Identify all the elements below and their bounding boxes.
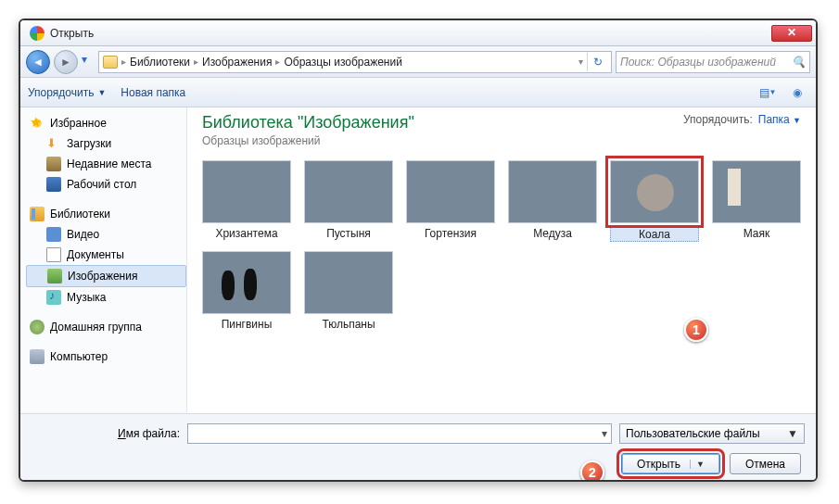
- thumbnail-image: [202, 251, 291, 314]
- chevron-down-icon: ▼: [787, 427, 798, 440]
- thumbnail-image: [508, 160, 597, 223]
- pictures-icon: [47, 269, 62, 284]
- thumbnail-image: [610, 160, 699, 223]
- file-thumbnail[interactable]: Тюльпаны: [304, 251, 393, 331]
- sidebar-item-recent[interactable]: Недавние места: [26, 154, 186, 174]
- thumbnail-label: Медуза: [508, 227, 597, 240]
- computer-icon: [30, 349, 44, 364]
- chevron-right-icon: ▸: [275, 57, 280, 67]
- sidebar-libraries[interactable]: Библиотеки: [26, 204, 186, 224]
- document-icon: [46, 247, 61, 262]
- footer: Имя файла: ▾ Пользовательские файлы ▼ От…: [20, 413, 816, 482]
- open-split-dropdown[interactable]: ▼: [690, 460, 705, 469]
- close-button[interactable]: ✕: [771, 25, 812, 42]
- sidebar: Избранное Загрузки Недавние места Рабочи…: [20, 107, 187, 413]
- thumbnail-label: Маяк: [712, 227, 801, 240]
- file-thumbnail[interactable]: Маяк: [712, 160, 801, 242]
- download-icon: [46, 136, 61, 151]
- chevron-down-icon[interactable]: ▾: [602, 427, 607, 440]
- folder-icon: [103, 56, 118, 69]
- file-thumbnail[interactable]: Пустыня: [304, 160, 393, 242]
- new-folder-button[interactable]: Новая папка: [121, 86, 185, 99]
- file-type-filter[interactable]: Пользовательские файлы ▼: [619, 423, 805, 444]
- callout-1: 1: [684, 318, 708, 342]
- sidebar-item-videos[interactable]: Видео: [26, 224, 186, 245]
- open-button[interactable]: Открыть ▼: [621, 453, 720, 474]
- library-subtitle: Образцы изображений: [202, 134, 414, 147]
- breadcrumb-item[interactable]: Образцы изображений: [284, 56, 401, 69]
- thumbnail-image: [304, 251, 393, 314]
- thumbnail-image: [406, 160, 495, 223]
- sidebar-item-downloads[interactable]: Загрузки: [26, 133, 186, 154]
- chrome-icon: [30, 26, 44, 41]
- thumbnail-label: Коала: [610, 227, 699, 242]
- refresh-button[interactable]: ↻: [587, 53, 607, 71]
- filename-input[interactable]: ▾: [187, 423, 612, 444]
- chevron-down-icon: ▼: [793, 116, 801, 125]
- breadcrumb-item[interactable]: Библиотеки: [130, 56, 190, 69]
- thumbnail-label: Тюльпаны: [304, 318, 393, 331]
- chevron-right-icon: ▸: [121, 57, 126, 67]
- organize-button[interactable]: Упорядочить ▼: [28, 86, 106, 99]
- content-pane: Библиотека "Изображения" Образцы изображ…: [187, 107, 816, 413]
- forward-button[interactable]: ►: [54, 50, 78, 74]
- sidebar-item-pictures[interactable]: Изображения: [26, 265, 186, 287]
- music-icon: [46, 290, 61, 305]
- help-button[interactable]: ◉: [786, 82, 808, 103]
- library-title: Библиотека "Изображения": [202, 113, 414, 132]
- homegroup-icon: [30, 320, 44, 334]
- open-dialog: Открыть ✕ ◄ ► ▾ ▸ Библиотеки ▸ Изображен…: [19, 19, 818, 482]
- recent-icon: [46, 157, 61, 171]
- search-icon: 🔍: [792, 56, 806, 69]
- dialog-body: Избранное Загрузки Недавние места Рабочи…: [20, 107, 816, 413]
- thumbnail-grid: ХризантемаПустыняГортензияМедузаКоалаМая…: [202, 160, 801, 331]
- sidebar-homegroup[interactable]: Домашняя группа: [26, 317, 186, 337]
- filename-label: Имя файла:: [32, 427, 180, 440]
- thumbnail-label: Пингвины: [202, 318, 291, 331]
- file-thumbnail[interactable]: Хризантема: [202, 160, 291, 242]
- thumbnail-label: Гортензия: [406, 227, 495, 240]
- sidebar-computer[interactable]: Компьютер: [26, 346, 186, 367]
- chevron-right-icon: ▸: [194, 57, 198, 67]
- breadcrumb-item[interactable]: Изображения: [202, 56, 272, 69]
- address-bar[interactable]: ▸ Библиотеки ▸ Изображения ▸ Образцы изо…: [98, 51, 612, 73]
- sidebar-item-desktop[interactable]: Рабочий стол: [26, 174, 186, 195]
- nav-history-dropdown[interactable]: ▾: [82, 53, 95, 71]
- nav-row: ◄ ► ▾ ▸ Библиотеки ▸ Изображения ▸ Образ…: [20, 46, 816, 78]
- titlebar: Открыть ✕: [20, 20, 816, 46]
- file-thumbnail[interactable]: Коала: [610, 160, 699, 242]
- back-button[interactable]: ◄: [26, 50, 50, 74]
- thumbnail-image: [202, 160, 291, 223]
- cancel-button[interactable]: Отмена: [730, 453, 801, 474]
- libraries-icon: [30, 207, 44, 221]
- desktop-icon: [46, 177, 61, 192]
- window-title: Открыть: [50, 27, 771, 40]
- callout-2: 2: [580, 460, 604, 482]
- thumbnail-image: [712, 160, 801, 223]
- thumbnail-label: Пустыня: [304, 227, 393, 240]
- search-input[interactable]: Поиск: Образцы изображений 🔍: [616, 51, 810, 73]
- toolbar: Упорядочить ▼ Новая папка ▤ ▼ ◉: [20, 78, 816, 107]
- file-thumbnail[interactable]: Гортензия: [406, 160, 495, 242]
- file-thumbnail[interactable]: Пингвины: [202, 251, 291, 331]
- file-thumbnail[interactable]: Медуза: [508, 160, 597, 242]
- thumbnail-label: Хризантема: [202, 227, 291, 240]
- chevron-down-icon[interactable]: ▾: [578, 57, 583, 67]
- arrange-by-dropdown[interactable]: Папка ▼: [758, 113, 801, 126]
- chevron-down-icon: ▼: [97, 88, 106, 97]
- sidebar-item-music[interactable]: Музыка: [26, 287, 186, 308]
- thumbnail-image: [304, 160, 393, 223]
- arrange-by: Упорядочить: Папка ▼: [683, 113, 801, 126]
- search-placeholder: Поиск: Образцы изображений: [620, 56, 776, 69]
- star-icon: [30, 116, 44, 131]
- sidebar-item-documents[interactable]: Документы: [26, 245, 186, 265]
- video-icon: [46, 227, 61, 242]
- view-options-button[interactable]: ▤ ▼: [756, 82, 779, 103]
- sidebar-favorites[interactable]: Избранное: [26, 113, 186, 133]
